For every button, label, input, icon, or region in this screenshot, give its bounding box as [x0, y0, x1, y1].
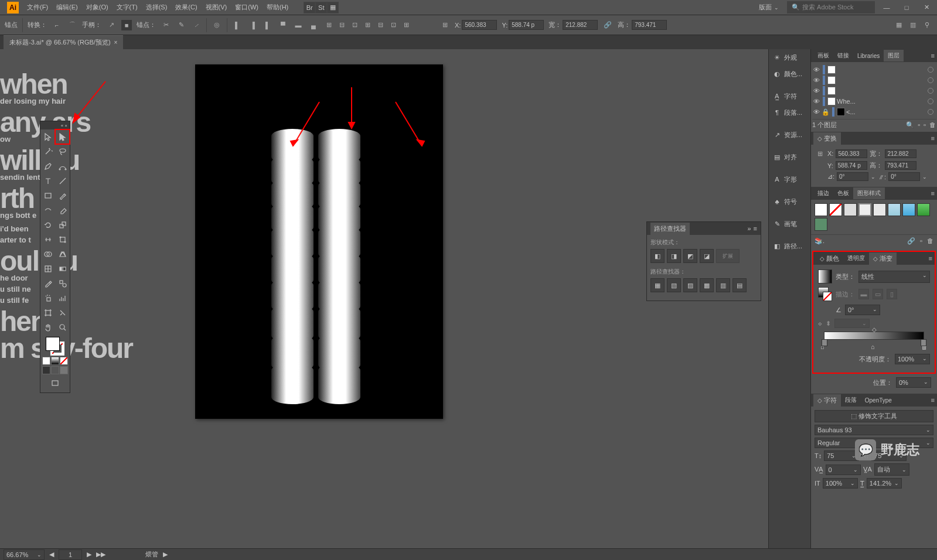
rotate-tool[interactable] [40, 217, 55, 232]
exclude-icon[interactable]: ◪ [700, 249, 714, 263]
touch-type-button[interactable]: ⬚ 修饰文字工具 [815, 410, 933, 422]
panel-menu-icon[interactable]: ≡ [931, 397, 935, 404]
gradient-opacity-input[interactable]: 100%⌄ [895, 354, 930, 364]
artboards-tab[interactable]: 画板 [813, 50, 833, 62]
crop-icon[interactable]: ▩ [700, 278, 714, 292]
link-icon[interactable]: 🔗 [907, 237, 915, 245]
minus-back-icon[interactable]: ▤ [732, 278, 747, 292]
slice-tool[interactable] [55, 305, 70, 320]
locate-icon[interactable]: 🔍 [906, 121, 914, 129]
selection-tool[interactable] [40, 129, 55, 144]
menu-view[interactable]: 视图(V) [202, 1, 231, 13]
gradient-slider[interactable]: ◇ [824, 332, 924, 340]
none-mode-icon[interactable] [60, 357, 68, 365]
magic-wand-tool[interactable] [40, 144, 55, 159]
cb-extra-2-icon[interactable]: ▥ [908, 20, 918, 30]
dock-assets[interactable]: ↗资源... [769, 127, 810, 143]
eraser-tool[interactable] [55, 203, 70, 217]
dock-align[interactable]: ▤对齐 [769, 149, 810, 165]
minimize-button[interactable]: — [878, 3, 895, 12]
dist-icon-2[interactable]: ⊟ [336, 20, 347, 30]
maximize-button[interactable]: □ [898, 3, 915, 12]
layer-row[interactable]: 👁 [812, 75, 936, 86]
h-input[interactable] [632, 20, 667, 30]
swatches-tab[interactable]: 色板 [833, 187, 853, 199]
tab-close-icon[interactable]: × [114, 39, 118, 46]
divide-icon[interactable]: ▦ [650, 278, 665, 292]
screen-mode-icon[interactable] [48, 375, 63, 390]
handle-icon-2[interactable]: ■ [121, 20, 132, 30]
dock-character[interactable]: A̲字符 [769, 88, 810, 104]
paintbrush-tool[interactable] [55, 188, 70, 203]
delete-style-icon[interactable]: 🗑 [927, 237, 933, 245]
gradient-tool[interactable] [55, 261, 70, 276]
gradient-stop-left[interactable] [822, 339, 827, 346]
artboard-last-icon[interactable]: ▶▶ [96, 551, 105, 558]
align-v-top-icon[interactable]: ▀ [278, 20, 288, 30]
mesh-tool[interactable] [40, 261, 55, 276]
outline-icon[interactable]: ▥ [716, 278, 730, 292]
layer-row[interactable]: 👁🔒<... [812, 107, 936, 117]
style-swatch[interactable] [902, 203, 915, 216]
tf-x-input[interactable] [836, 149, 867, 158]
lasso-tool[interactable] [55, 144, 70, 159]
artboard-next-icon[interactable]: ▶ [87, 551, 91, 558]
shape-builder-tool[interactable] [40, 247, 55, 261]
font-size-input[interactable]: 75⌄ [824, 450, 859, 461]
zoom-select[interactable]: 66.67%⌄ [4, 549, 45, 560]
gradient-location-input[interactable]: 0%⌄ [896, 377, 931, 388]
style-swatch[interactable] [815, 218, 827, 231]
width-tool[interactable] [40, 232, 55, 247]
dist-icon-3[interactable]: ⊡ [349, 20, 360, 30]
dock-appearance[interactable]: ☀外观 [769, 49, 810, 66]
blend-tool[interactable] [55, 276, 70, 291]
delete-icon[interactable]: 🗑 [929, 121, 936, 129]
visibility-icon[interactable]: 👁 [812, 66, 820, 73]
style-swatch[interactable] [917, 203, 930, 216]
layers-tab[interactable]: 图层 [884, 50, 904, 62]
pen-tool[interactable] [40, 159, 55, 173]
aspect-icon[interactable]: ⟐ [818, 320, 822, 327]
style-swatch[interactable] [888, 203, 901, 216]
gradient-tab[interactable]: ◇ 渐变 [869, 252, 897, 265]
gradient-fill-stroke[interactable] [818, 287, 832, 301]
panel-menu-icon[interactable]: ≡ [754, 225, 757, 232]
x-input[interactable] [462, 20, 497, 30]
convert-corner-icon[interactable]: ⌐ [52, 20, 62, 30]
free-transform-tool[interactable] [55, 232, 70, 247]
dock-brushes[interactable]: ✎画笔 [769, 216, 810, 232]
curvature-tool[interactable] [55, 159, 70, 173]
status-dropdown-icon[interactable]: ▶ [163, 551, 168, 558]
gradient-stop-right[interactable] [921, 339, 926, 346]
dock-glyphs[interactable]: A字形 [769, 171, 810, 187]
fill-stroke-swatch[interactable] [46, 337, 64, 356]
links-tab[interactable]: 链接 [833, 50, 853, 62]
workspace-dropdown[interactable]: 版面 ⌄ [754, 1, 783, 13]
ref-point-icon[interactable]: ⊞ [439, 20, 450, 30]
visibility-icon[interactable]: 👁 [812, 98, 820, 105]
hscale-input[interactable]: 141.2%⌄ [867, 478, 902, 489]
symbol-sprayer-tool[interactable] [40, 291, 55, 305]
tf-h-input[interactable] [885, 161, 916, 170]
column-graph-tool[interactable] [55, 291, 70, 305]
visibility-icon[interactable]: 👁 [812, 87, 820, 94]
rectangle-tool[interactable] [40, 188, 55, 203]
tf-shear-input[interactable] [888, 172, 920, 181]
intersect-icon[interactable]: ◩ [683, 249, 697, 263]
shaper-tool[interactable] [40, 203, 55, 217]
para-tab[interactable]: 段落 [841, 394, 861, 406]
document-tab[interactable]: 未标题-3.ai* @ 66.67% (RGB/预览) × [4, 35, 123, 49]
style-swatch[interactable] [829, 203, 842, 216]
anchor-add-icon[interactable]: ✎ [176, 20, 186, 30]
isolate-icon[interactable]: ◎ [212, 20, 222, 30]
toolbox-header[interactable]: « × [40, 121, 70, 129]
align-v-bottom-icon[interactable]: ▄ [308, 20, 319, 30]
expand-button[interactable]: 扩展 [716, 249, 740, 263]
transform-tab[interactable]: ◇ 变换 [813, 132, 841, 145]
y-input[interactable] [509, 20, 544, 30]
menu-select[interactable]: 选择(S) [142, 1, 171, 13]
layer-row[interactable]: 👁 [812, 86, 936, 96]
stock-icon[interactable]: St [315, 2, 327, 13]
panel-collapse-icon[interactable]: » [747, 225, 751, 232]
pathfinder-tab[interactable]: 路径查找器 [650, 223, 690, 235]
